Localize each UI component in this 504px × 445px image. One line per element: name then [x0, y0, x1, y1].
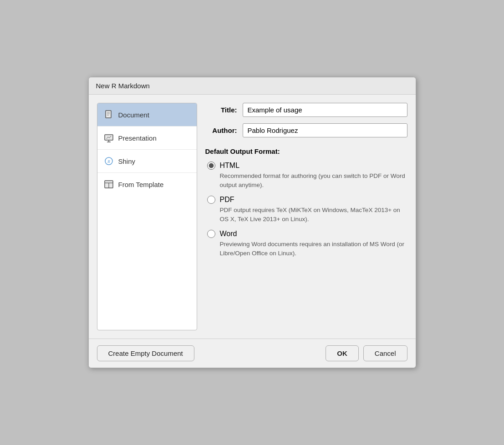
sidebar-item-from-template[interactable]: From Template [97, 173, 197, 196]
html-radio[interactable] [207, 162, 215, 170]
sidebar-presentation-label: Presentation [118, 134, 157, 142]
sidebar-document-label: Document [118, 111, 149, 119]
svg-rect-0 [106, 111, 111, 118]
content-area: Title: Author: Default Output Format: HT… [205, 103, 407, 330]
word-description: Previewing Word documents requires an in… [207, 240, 407, 258]
word-radio[interactable] [207, 230, 215, 238]
sidebar-from-template-label: From Template [118, 181, 164, 188]
cancel-button[interactable]: Cancel [363, 345, 407, 361]
html-radio-row: HTML [207, 162, 407, 170]
sidebar: Document Presentation [97, 103, 197, 330]
presentation-icon [104, 133, 114, 143]
dialog-footer: Create Empty Document OK Cancel [89, 339, 416, 368]
title-input[interactable] [243, 103, 407, 117]
html-label[interactable]: HTML [220, 162, 240, 170]
pdf-radio[interactable] [207, 196, 215, 204]
title-row: Title: [205, 103, 407, 117]
pdf-description: PDF output requires TeX (MiKTeX on Windo… [207, 206, 407, 223]
html-option: HTML Recommended format for authoring (y… [207, 162, 407, 189]
word-radio-row: Word [207, 230, 407, 238]
footer-right-buttons: OK Cancel [326, 345, 407, 361]
ok-button[interactable]: OK [326, 345, 359, 361]
title-label: Title: [205, 106, 237, 114]
author-label: Author: [205, 126, 237, 134]
sidebar-item-presentation[interactable]: Presentation [97, 126, 197, 150]
sidebar-shiny-label: Shiny [118, 157, 136, 165]
pdf-option: PDF PDF output requires TeX (MiKTeX on W… [207, 196, 407, 223]
dialog-title: New R Markdown [96, 82, 150, 90]
dialog-titlebar: New R Markdown [89, 77, 416, 95]
author-input[interactable] [243, 123, 407, 137]
document-icon [104, 110, 114, 120]
svg-text:R: R [107, 159, 110, 164]
sidebar-item-shiny[interactable]: R Shiny [97, 150, 197, 173]
format-section-title: Default Output Format: [205, 147, 407, 155]
template-icon [104, 179, 114, 189]
word-label[interactable]: Word [220, 230, 237, 238]
pdf-label[interactable]: PDF [220, 196, 234, 204]
format-radio-group: HTML Recommended format for authoring (y… [205, 162, 407, 258]
word-option: Word Previewing Word documents requires … [207, 230, 407, 258]
shiny-icon: R [104, 156, 114, 166]
new-rmarkdown-dialog: New R Markdown Document [88, 77, 416, 368]
html-description: Recommended format for authoring (you ca… [207, 172, 407, 189]
sidebar-item-document[interactable]: Document [97, 103, 197, 126]
create-empty-button[interactable]: Create Empty Document [97, 345, 194, 361]
author-row: Author: [205, 123, 407, 137]
dialog-body: Document Presentation [89, 95, 416, 339]
pdf-radio-row: PDF [207, 196, 407, 204]
